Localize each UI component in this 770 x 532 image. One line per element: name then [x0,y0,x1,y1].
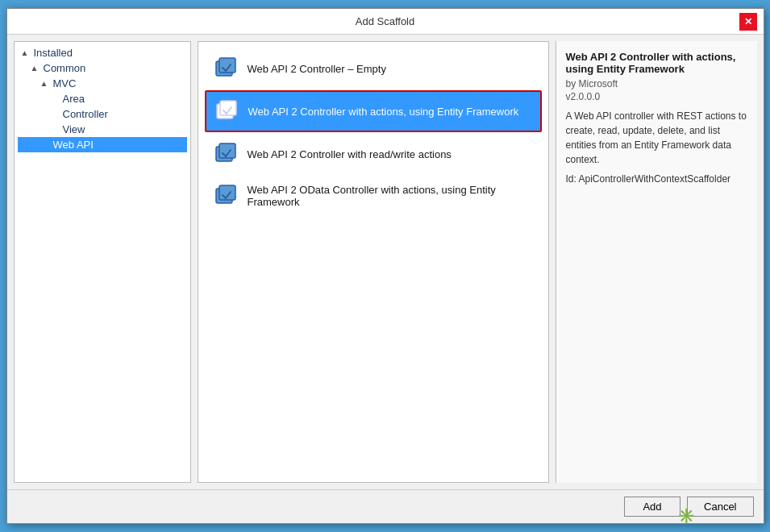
sidebar-item-webapi[interactable]: Web API [18,137,187,152]
detail-version: v2.0.0.0 [566,91,747,102]
scaffold-item-label: Web API 2 Controller with actions, using… [248,106,519,118]
scaffold-list: Web API 2 Controller – Empty Web API 2 C… [198,42,548,482]
sidebar: ▲Installed▲Common▲MVCAreaControllerViewW… [14,41,191,483]
sidebar-item-label: Installed [34,47,73,59]
scaffold-item-webapi2-rw[interactable]: Web API 2 Controller with read/write act… [205,134,542,174]
sidebar-item-installed[interactable]: ▲Installed [18,45,187,60]
sidebar-item-label: Web API [53,139,94,151]
sidebar-item-label: View [63,123,85,135]
scaffold-item-label: Web API 2 Controller with read/write act… [248,148,452,160]
sidebar-item-mvc[interactable]: ▲MVC [18,76,187,91]
main-panel: Web API 2 Controller – Empty Web API 2 C… [198,41,549,483]
sidebar-item-area[interactable]: Area [18,91,187,106]
scaffold-item-icon [214,141,239,167]
tree-arrow-icon: ▲ [40,79,50,88]
svg-rect-1 [219,58,235,73]
sidebar-item-label: Controller [63,108,108,120]
scaffold-item-webapi2-odata[interactable]: Web API 2 OData Controller with actions,… [205,176,542,216]
detail-name: Web API 2 Controller with actions, using… [566,51,747,75]
scaffold-item-icon [214,56,239,81]
scaffold-item-webapi2-empty[interactable]: Web API 2 Controller – Empty [205,48,542,89]
scaffold-item-label: Web API 2 OData Controller with actions,… [248,184,533,208]
content-area: ▲Installed▲Common▲MVCAreaControllerViewW… [7,35,764,489]
cancel-button[interactable]: Cancel [687,497,753,517]
add-button[interactable]: Add [624,497,681,517]
detail-id: Id: ApiControllerWithContextScaffolder [566,173,747,185]
detail-by: by Microsoft [566,78,747,89]
sidebar-item-common[interactable]: ▲Common [18,60,187,76]
detail-panel: Web API 2 Controller with actions, using… [556,41,757,483]
tree-arrow-icon: ▲ [21,48,31,57]
title-bar: Add Scaffold ✕ [7,9,764,35]
scaffold-item-label: Web API 2 Controller – Empty [248,63,386,75]
dialog: Add Scaffold ✕ ▲Installed▲Common▲MVCArea… [6,8,764,524]
scaffold-item-icon [214,183,239,209]
sidebar-item-label: Common [44,62,86,74]
svg-rect-7 [219,185,235,200]
tree-arrow-icon: ▲ [31,64,40,73]
svg-rect-5 [219,143,235,158]
sidebar-item-view[interactable]: View [18,122,187,137]
close-button[interactable]: ✕ [739,13,757,31]
scaffold-item-icon [214,98,240,124]
sidebar-item-label: Area [63,93,85,105]
detail-description: A Web API controller with REST actions t… [566,109,747,167]
dialog-title: Add Scaffold [31,15,739,27]
footer: Add ✳️ Cancel [7,489,764,523]
sidebar-item-controller[interactable]: Controller [18,106,187,122]
sidebar-item-label: MVC [53,77,77,89]
scaffold-item-webapi2-ef[interactable]: Web API 2 Controller with actions, using… [205,90,542,132]
svg-rect-3 [220,101,236,115]
